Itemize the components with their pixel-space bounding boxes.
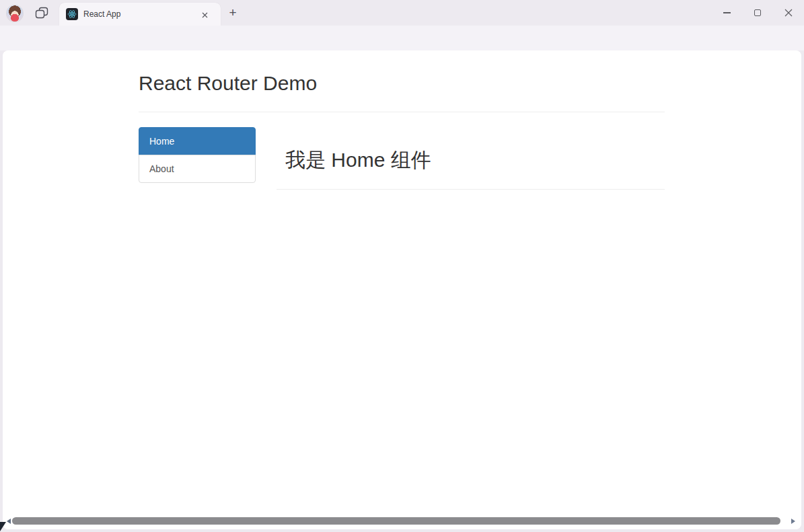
route-content-heading: 我是 Home 组件 [285,147,431,174]
router-nav: Home About [139,127,256,183]
browser-window: React App + i lo [0,0,804,532]
close-icon [784,9,793,17]
minimize-icon [723,12,731,13]
tab-close-icon[interactable] [199,9,210,20]
maximize-icon [754,9,761,16]
minimize-button[interactable] [711,0,742,26]
horizontal-scrollbar[interactable] [3,516,801,527]
maximize-button[interactable] [742,0,773,26]
scrollbar-thumb[interactable] [12,517,780,525]
react-favicon-icon [66,8,78,20]
mouse-cursor [0,522,6,531]
title-divider [139,112,665,112]
content-divider [277,189,665,190]
window-controls [711,0,804,26]
page-viewport: React Router Demo Home About 我是 Home 组件 [3,50,801,529]
tab-strip: React App + [0,0,804,26]
new-tab-button[interactable]: + [225,5,241,21]
profile-avatar[interactable] [7,5,23,22]
page-title: React Router Demo [139,72,317,95]
nav-link-home[interactable]: Home [139,127,256,155]
tab-react-app[interactable]: React App [59,3,221,26]
scroll-left-icon[interactable] [7,519,11,524]
nav-link-about[interactable]: About [139,155,256,183]
close-window-button[interactable] [773,0,804,26]
scroll-right-icon[interactable] [791,519,795,524]
tab-title: React App [83,9,120,19]
workspaces-icon[interactable] [35,7,48,19]
navigation-toolbar: i localhost:3000/#/home aあ A [0,26,804,50]
